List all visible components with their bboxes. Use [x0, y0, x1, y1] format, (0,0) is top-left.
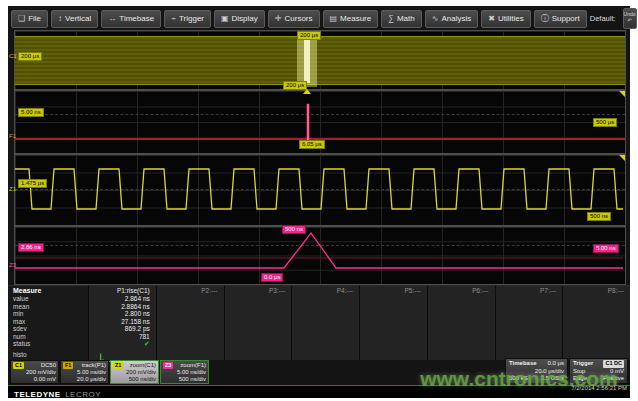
- c1-offset: 0.00 mV: [13, 376, 56, 383]
- menu-support-label: Support: [552, 14, 580, 23]
- trigger-icon: ⌁: [171, 14, 176, 23]
- file-icon: ❏: [18, 14, 25, 23]
- menu-timebase[interactable]: ↔Timebase: [101, 10, 161, 28]
- oscilloscope-screen: ❏File ↕Vertical ↔Timebase ⌁Trigger ▣Disp…: [8, 6, 630, 397]
- grid-f1-track: 5.00 ns 6.05 μs 500 μs: [14, 90, 626, 154]
- c1-coupling: DC50: [41, 362, 56, 369]
- p1-sdev: 869.2 ps: [89, 325, 156, 333]
- menu-utilities[interactable]: ✖Utilities: [481, 10, 530, 28]
- menu-trigger-label: Trigger: [179, 14, 204, 23]
- measure-col-p1[interactable]: P1:rise(C1) 2.864 ns 2.8864 ns 2.800 ns …: [88, 286, 156, 360]
- default-setup-label: Default:: [590, 14, 616, 23]
- measure-col-p3[interactable]: P3:---: [224, 286, 292, 360]
- p1-max: 27.158 ns: [89, 318, 156, 326]
- row-label-sdev: sdev: [13, 325, 88, 333]
- p5-header: P5:---: [360, 286, 427, 295]
- c1-waveform-band: [15, 36, 625, 85]
- f1-vdiv: 5.00 ns/div: [63, 369, 106, 376]
- p3-header: P3:---: [225, 286, 292, 295]
- g3-left-tag: 1.475 μs: [18, 179, 47, 188]
- menu-vertical[interactable]: ↕Vertical: [51, 10, 98, 28]
- p2-header: P2:---: [157, 286, 224, 295]
- row-label-max: max: [13, 318, 88, 326]
- square-waveform: [15, 155, 623, 223]
- display-icon: ▣: [221, 14, 229, 23]
- measure-col-p6[interactable]: P6:---: [427, 286, 495, 360]
- menu-cursors[interactable]: ✛Cursors: [268, 10, 320, 28]
- c1-chip: C1: [13, 362, 24, 369]
- measure-col-p8[interactable]: P8:---: [562, 286, 630, 360]
- descriptor-c1[interactable]: C1DC50 200 mV/div 0.00 mV: [10, 360, 59, 384]
- z3-vdiv: 5.00 ns/div: [163, 369, 206, 376]
- menu-file-label: File: [28, 14, 41, 23]
- p1-histogram: [89, 348, 156, 361]
- row-label-status: status: [13, 340, 88, 348]
- c1-vdiv: 200 mV/div: [13, 369, 56, 376]
- f1-track-spike: [307, 104, 309, 140]
- f1-chip: F1: [63, 362, 73, 369]
- cursors-icon: ✛: [275, 14, 282, 23]
- z3-trace-label[interactable]: Z3: [9, 262, 16, 268]
- menu-measure[interactable]: ▤Measure: [323, 10, 379, 28]
- support-icon: ⓘ: [541, 13, 549, 24]
- c1-trace-label[interactable]: C1: [9, 53, 17, 59]
- g2-right-tag: 500 μs: [593, 118, 617, 127]
- measure-table: Measure value mean min max sdev num stat…: [8, 285, 630, 360]
- menu-display[interactable]: ▣Display: [214, 10, 265, 28]
- menu-file[interactable]: ❏File: [11, 10, 48, 28]
- z1-chip: Z1: [113, 362, 123, 369]
- measure-col-p7[interactable]: P7:---: [495, 286, 563, 360]
- z3-function: zoom(F1): [180, 362, 206, 369]
- menu-math[interactable]: ∑Math: [381, 10, 422, 28]
- p1-min: 2.800 ns: [89, 310, 156, 318]
- brand-lecroy: LECROY: [65, 390, 101, 399]
- g4-bottom-tag: 0.0 μs: [261, 273, 283, 282]
- menu-analysis[interactable]: ∿Analysis: [425, 10, 479, 28]
- measure-row-labels: Measure value mean min max sdev num stat…: [8, 286, 88, 360]
- watermark: www.cntronics.com: [404, 367, 634, 391]
- g1-strip-top-tag: 200 μs: [297, 31, 321, 40]
- menu-trigger[interactable]: ⌁Trigger: [164, 10, 211, 28]
- p1-value: 2.864 ns: [89, 295, 156, 303]
- vertical-icon: ↕: [58, 14, 62, 23]
- menu-timebase-label: Timebase: [119, 14, 154, 23]
- measure-title: Measure: [13, 286, 88, 295]
- undo-icon: ↶: [627, 17, 631, 23]
- z1-hdiv: 500 ns/div: [113, 376, 156, 383]
- g2-dash-line: [15, 114, 625, 115]
- analysis-icon: ∿: [432, 14, 439, 23]
- triangle-waveform: [15, 227, 623, 282]
- measure-col-p5[interactable]: P5:---: [359, 286, 427, 360]
- undo-button[interactable]: Undo↶: [623, 8, 637, 29]
- menu-measure-label: Measure: [340, 14, 371, 23]
- grid-c1-overview: 200 μs 200 μs 200 μs: [14, 30, 626, 90]
- menu-math-label: Math: [397, 14, 415, 23]
- g2-corner-marker: [619, 91, 625, 97]
- menu-vertical-label: Vertical: [65, 14, 91, 23]
- menu-support[interactable]: ⓘSupport: [534, 10, 587, 28]
- f1-hdiv: 20.0 μs/div: [63, 376, 106, 383]
- menu-analysis-label: Analysis: [441, 14, 471, 23]
- timebase-icon: ↔: [108, 14, 116, 23]
- p8-header: P8:---: [563, 286, 630, 295]
- z3-chip: Z3: [163, 362, 173, 369]
- measure-col-p2[interactable]: P2:---: [156, 286, 224, 360]
- measure-col-p4[interactable]: P4:---: [291, 286, 359, 360]
- descriptor-f1[interactable]: F1track(P1) 5.00 ns/div 20.0 μs/div: [60, 360, 109, 384]
- zoom-region-core: [304, 36, 310, 83]
- grid-z3-zoom: 2.86 ns 500 ns 0.0 μs 5.00 ns: [14, 226, 626, 285]
- f1-trace-label[interactable]: F1: [9, 133, 16, 139]
- descriptor-z3[interactable]: Z3zoom(F1) 5.00 ns/div 500 ns/div: [160, 360, 209, 384]
- z1-trace-label[interactable]: Z1: [9, 186, 16, 192]
- p4-header: P4:---: [292, 286, 359, 295]
- p1-mean: 2.8864 ns: [89, 303, 156, 311]
- row-label-mean: mean: [13, 303, 88, 311]
- menu-display-label: Display: [232, 14, 258, 23]
- p1-header: P1:rise(C1): [89, 286, 156, 295]
- g4-top-tag: 500 ns: [282, 225, 306, 234]
- g4-right-tag: 5.00 ns: [593, 244, 619, 253]
- descriptor-z1[interactable]: Z1zoom(C1) 200 mV/div 500 ns/div: [110, 360, 159, 384]
- math-icon: ∑: [388, 14, 394, 23]
- p7-header: P7:---: [496, 286, 563, 295]
- zoom-position-marker[interactable]: [303, 89, 311, 94]
